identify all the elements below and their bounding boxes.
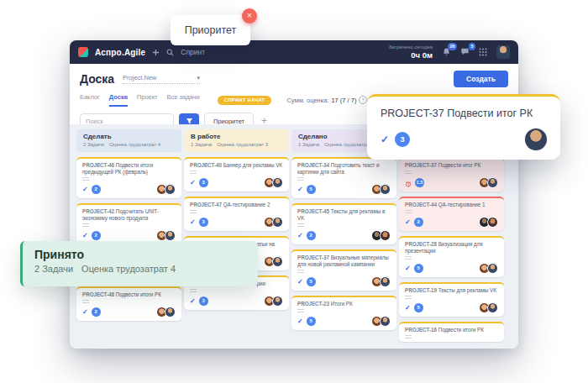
card-footer: ✓3: [190, 217, 283, 228]
tab-проект[interactable]: Проект: [137, 93, 158, 107]
tab-баклог[interactable]: Баклог: [80, 93, 100, 107]
estimate-badge: 2: [307, 231, 316, 240]
card-title: PROJECT-28 Визуализация для презентации: [405, 241, 498, 254]
check-icon: ✓: [190, 298, 196, 305]
card-title: PROJECT-44 QA-тестирование 1: [405, 202, 498, 208]
card-id: PROJECT-47: [190, 202, 222, 207]
check-icon: ✓: [82, 309, 88, 316]
chevron-down-icon: ▾: [197, 75, 201, 81]
description-icon: [82, 177, 89, 181]
estimate-badge: 5: [414, 264, 423, 273]
assignee-avatars: [481, 217, 498, 228]
topbar-menu-item[interactable]: Спринт: [181, 48, 205, 56]
kanban-card[interactable]: PROJECT-37 Визуальные материалы для ново…: [291, 249, 396, 291]
avatar: [272, 217, 283, 228]
avatar: [380, 316, 391, 327]
card-id: PROJECT-45: [297, 208, 329, 214]
card-title: PROJECT-23 Итоги РК: [297, 301, 391, 307]
avatar: [272, 177, 283, 188]
avatar: [165, 230, 176, 241]
add-icon[interactable]: [152, 49, 160, 56]
card-footer: ✓5: [297, 316, 391, 327]
card-id: PROJECT-42: [82, 208, 114, 214]
notifications-badge: 26: [448, 43, 457, 50]
tabs: БаклогДоскаПроектВсе задачи: [80, 93, 200, 107]
sprint-summary: Сумм. оценка: 17 (7 / 7) ?: [286, 96, 367, 104]
board-selector[interactable]: Project.New ▾: [123, 74, 200, 84]
card-title: PROJECT-34 Подготовить текст и картинки …: [297, 162, 391, 176]
assignee-avatars: [266, 217, 283, 228]
time-tracker[interactable]: Затрачено сегодня 0ч 0м: [388, 45, 433, 60]
card-footer: ✓2: [82, 230, 176, 241]
board-column: Сделано1 ЗадачаОценка трудозатрат 6PROJE…: [291, 129, 396, 335]
kanban-card[interactable]: PROJECT-44 QA-тестирование 1✓2: [399, 197, 504, 231]
kanban-card[interactable]: PROJECT-40 Баннер для рекламы VK✓3: [184, 157, 289, 192]
avatar: [487, 217, 498, 228]
tab-доска[interactable]: Доска: [109, 93, 128, 107]
assignee-avatars: [374, 316, 391, 327]
kanban-card[interactable]: PROJECT-28 Визуализация для презентации✓…: [399, 236, 504, 277]
messages-badge: 5: [469, 43, 475, 50]
avatar: [380, 184, 391, 195]
estimate-badge: 3: [199, 296, 208, 306]
create-button[interactable]: Создать: [454, 71, 508, 87]
kanban-card[interactable]: PROJECT-34 Подготовить текст и картинки …: [291, 157, 396, 198]
card-title: PROJECT-19 Тексты для рекламы VK: [405, 287, 498, 294]
priority-tooltip: Приоритет ×: [171, 15, 250, 45]
column-header[interactable]: Сделать2 ЗадачиОценка трудозатрат 4: [76, 129, 181, 152]
check-icon: ✓: [297, 233, 303, 239]
close-icon[interactable]: ×: [242, 8, 257, 24]
check-icon: ✓: [82, 186, 88, 193]
kanban-card[interactable]: PROJECT-16 Подвести итоги РК: [399, 322, 504, 342]
card-id: PROJECT-44: [405, 202, 437, 207]
estimate-badge: 5: [307, 277, 316, 286]
kanban-card[interactable]: PROJECT-47 QA-тестирование 2✓3: [184, 197, 289, 231]
search-icon[interactable]: [166, 49, 174, 56]
kanban-card[interactable]: PROJECT-42 Подсчитать UNIT-экономику нов…: [76, 203, 181, 244]
messages-icon[interactable]: 5: [460, 47, 470, 56]
avatar: [487, 302, 498, 313]
card-title: PROJECT-16 Подвести итоги РК: [405, 327, 498, 333]
card-id: PROJECT-16: [405, 327, 437, 333]
assignee-avatars: [481, 177, 498, 188]
popup-card-title: PROJECT-37 Подвести итог РК: [381, 108, 547, 119]
kanban-card[interactable]: PROJECT-45 Тексты для рекламы в VK✓2: [291, 203, 396, 244]
tab-все-задачи[interactable]: Все задачи: [167, 93, 200, 107]
card-id: PROJECT-48: [82, 291, 114, 297]
card-footer: ✓2: [82, 307, 176, 317]
check-icon: ✓: [297, 186, 303, 193]
app-logo-icon: [78, 47, 88, 57]
board-column: Сделать2 ЗадачиОценка трудозатрат 4PROJE…: [76, 129, 181, 326]
card-title: PROJECT-45 Тексты для рекламы в VK: [297, 208, 391, 222]
card-footer: ✓2: [82, 184, 176, 195]
estimate-badge: 3: [395, 132, 410, 147]
kanban-card[interactable]: PROJECT-48 Подвести итоги РК✓2: [76, 286, 181, 321]
estimate-badge: 2: [92, 185, 101, 194]
card-title: PROJECT-37 Визуальные материалы для ново…: [297, 254, 391, 268]
apps-grid-icon[interactable]: [479, 48, 487, 56]
avatar: [380, 230, 391, 241]
kanban-card[interactable]: PROJECT-19 Тексты для рекламы VK✓5: [399, 282, 504, 317]
info-icon[interactable]: ?: [359, 96, 367, 104]
accepted-column-callout: Принято 2 ЗадачиОценка трудозатрат 4: [20, 241, 258, 286]
check-icon: ✓: [297, 279, 303, 286]
card-id: PROJECT-23: [297, 301, 329, 307]
card-id: PROJECT-46: [82, 162, 114, 168]
column-subtitle: 1 ЗадачаОценка трудозатрат 3: [191, 142, 282, 147]
board-column: Принято2 ЗадачиОценка трудозатрат 4PROJE…: [399, 129, 504, 347]
kanban-card[interactable]: PROJECT-23 Итоги РК✓5: [291, 296, 396, 330]
card-id: PROJECT-34: [297, 162, 329, 168]
check-icon: ✓: [405, 219, 411, 226]
kanban-card[interactable]: PROJECT-46 Подвести итоги предыдущей РК …: [76, 157, 181, 198]
assignee-avatars: [266, 177, 283, 188]
notifications-bell-icon[interactable]: 26: [442, 47, 451, 56]
user-avatar[interactable]: [496, 45, 510, 59]
card-popup[interactable]: PROJECT-37 Подвести итог РК ✓ 3: [367, 94, 560, 160]
card-footer: ✓3: [190, 296, 283, 307]
column-header[interactable]: В работе1 ЗадачаОценка трудозатрат 3: [184, 129, 289, 152]
card-title: PROJECT-47 QA-тестирование 2: [190, 202, 283, 208]
kanban-card[interactable]: PROJECT-37 Подвести итог РК1.5: [399, 157, 504, 192]
check-icon: ✓: [190, 180, 196, 186]
assignee-avatars: [374, 184, 391, 195]
assignee-avatars: [374, 230, 391, 241]
